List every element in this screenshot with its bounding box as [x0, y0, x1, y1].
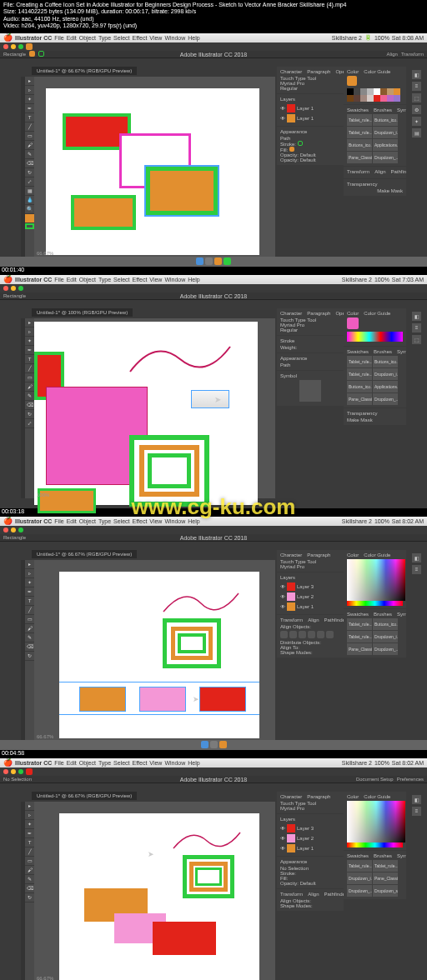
gradient-tool[interactable]: ▦ — [25, 187, 34, 196]
eraser-tool[interactable]: ⌫ — [25, 159, 34, 168]
zoom-status[interactable]: 100% — [34, 492, 52, 498]
document-tab[interactable]: Untitled-1* @ 66.67% (RGB/GPU Preview) — [32, 67, 137, 75]
color-panel[interactable]: ColorColor Guide — [344, 550, 406, 608]
canvas[interactable]: 66.67% — [34, 77, 275, 257]
eyedropper-tool[interactable]: 💧 — [25, 196, 34, 205]
close-icon[interactable] — [3, 44, 8, 49]
magic-wand-tool[interactable]: ✦ — [25, 95, 34, 104]
rectangle-tool[interactable]: ▭ — [25, 132, 34, 141]
color-panel[interactable]: ColorColor Guide — [344, 792, 406, 850]
brush-tool[interactable]: 🖌 — [25, 141, 34, 150]
symbol-item[interactable]: Buttons_ico... — [373, 114, 398, 126]
dock-app[interactable] — [205, 258, 213, 265]
align-panel[interactable]: TransformAlignPathfinder Align Objects: … — [277, 889, 344, 911]
menu-select[interactable]: Select — [113, 35, 129, 41]
dock-app[interactable] — [224, 258, 231, 265]
symbol-item[interactable]: Dropdown_... — [373, 152, 398, 163]
menu-object[interactable]: Object — [79, 277, 96, 282]
shape-orange-rect-selected[interactable] — [146, 167, 218, 215]
align-left-icon[interactable] — [280, 631, 288, 638]
type-tool[interactable]: T — [25, 113, 34, 122]
apple-menu-icon[interactable]: 🍎 — [3, 275, 13, 283]
panel-icon[interactable]: ≡ — [412, 82, 421, 91]
character-panel[interactable]: CharacterParagraphOpenType Touch Type To… — [277, 67, 344, 93]
dock-app[interactable] — [196, 258, 203, 265]
character-panel[interactable]: CharacterParagraphTouch Type ToolMyriad … — [277, 792, 344, 813]
symbol-item[interactable]: Tablet_rule... — [347, 127, 372, 138]
shape-pink-aligned[interactable] — [139, 687, 186, 712]
shape-curve[interactable] — [159, 587, 243, 620]
appearance-panel[interactable]: Appearance Path Stroke: Fill: Opacity: D… — [277, 127, 344, 165]
canvas[interactable]: ➤ 100% — [34, 318, 275, 498]
symbol-item[interactable]: Pane_Classific... — [347, 152, 372, 163]
stroke-panel[interactable]: Stroke Weight: — [277, 336, 344, 352]
transform-panel[interactable]: TransformAlignPathfinder — [344, 167, 406, 178]
shape-orange-aligned[interactable] — [79, 687, 126, 712]
app-name[interactable]: Illustrator CC — [15, 277, 52, 282]
character-panel[interactable]: CharacterParagraphOpenType Touch Type To… — [277, 308, 344, 335]
button-selected[interactable] — [191, 390, 229, 408]
shape-curve[interactable] — [169, 827, 244, 855]
document-tab[interactable]: Untitled-1* @ 100% (RGB/GPU Preview) — [32, 308, 133, 317]
shape-nest-3[interactable] — [195, 868, 222, 886]
menu-object[interactable]: Object — [79, 35, 96, 41]
zoom-icon[interactable] — [18, 286, 23, 291]
panel-icon[interactable]: ◧ — [412, 70, 421, 79]
color-picker[interactable] — [347, 559, 405, 601]
align-panel[interactable]: TransformAlignPathfinder Align Objects: … — [277, 615, 344, 658]
app-name[interactable]: Illustrator CC — [15, 35, 52, 41]
swatches-panel[interactable]: SwatchesBrushesSymbols Tablet_rule...But… — [344, 347, 406, 408]
minimize-icon[interactable] — [11, 44, 16, 49]
menu-view[interactable]: View — [149, 35, 162, 41]
shape-orange-rect-2[interactable] — [71, 195, 136, 230]
rotate-tool[interactable]: ↻ — [25, 168, 34, 178]
symbol-item[interactable]: Buttons_ico... — [347, 139, 372, 151]
menu-select[interactable]: Select — [113, 277, 129, 282]
color-picker[interactable] — [347, 801, 405, 842]
appearance-panel[interactable]: Appearance Path — [277, 353, 344, 370]
shape-nest-3[interactable] — [178, 633, 206, 653]
shape-red[interactable] — [153, 922, 216, 955]
document-tab[interactable]: Untitled-1* @ 66.67% (RGB/GPU Preview) — [32, 792, 137, 800]
fill-color[interactable] — [25, 214, 34, 223]
symbol-item[interactable]: Applications... — [373, 139, 398, 151]
swatches-panel[interactable]: SwatchesBrushesSymbols Tablet_rule... Bu… — [344, 105, 406, 166]
direct-select-tool[interactable]: ▹ — [25, 86, 34, 95]
menu-effect[interactable]: Effect — [133, 35, 148, 41]
transparency-panel[interactable]: Transparency Make Mask — [344, 408, 406, 425]
zoom-status[interactable]: 66.67% — [34, 250, 56, 257]
topbar-skillshare[interactable]: Skillshare 2 — [332, 35, 362, 41]
appearance-panel[interactable]: Appearance No Selection Stroke: Fill: Op… — [277, 857, 344, 888]
transparency-panel[interactable]: Transparency Make Mask — [344, 179, 406, 196]
menu-window[interactable]: Window — [164, 35, 185, 41]
layers-panel[interactable]: Layers 👁Layer 3 👁Layer 2 👁Layer 1 — [277, 814, 344, 856]
symbol-panel[interactable]: Symbol — [277, 371, 344, 406]
panel-icon[interactable]: ⚙ — [412, 105, 421, 114]
close-icon[interactable] — [3, 286, 8, 291]
menu-help[interactable]: Help — [188, 35, 199, 41]
pen-tool[interactable]: ✒ — [25, 104, 34, 113]
selection-tool[interactable]: ▸ — [25, 318, 34, 328]
shape-curve[interactable] — [126, 338, 234, 380]
menu-file[interactable]: File — [54, 277, 63, 282]
shape-red-aligned[interactable] — [199, 687, 246, 712]
layer-row[interactable]: 👁Layer 1 — [280, 113, 340, 123]
stroke-color[interactable] — [25, 223, 34, 229]
home-icon[interactable] — [26, 43, 33, 50]
menu-file[interactable]: File — [54, 35, 63, 41]
line-tool[interactable]: ╱ — [25, 122, 34, 132]
layers-panel[interactable]: Layers 👁Layer 3 👁Layer 2 👁Layer 1 — [277, 572, 344, 614]
menu-effect[interactable]: Effect — [133, 277, 148, 282]
color-panel[interactable]: ColorColor Guide — [344, 308, 406, 346]
swatches-panel[interactable]: SwatchesBrushesSymbols Tablet_rule...Tab… — [344, 851, 406, 899]
canvas[interactable]: ➤ 66.67% — [34, 802, 275, 980]
symbol-item[interactable]: Dropdown_i... — [373, 127, 398, 138]
layer-row[interactable]: 👁Layer 1 — [280, 103, 340, 113]
menu-edit[interactable]: Edit — [67, 277, 77, 282]
color-spectrum[interactable] — [347, 332, 403, 342]
scale-tool[interactable]: ⤢ — [25, 178, 34, 187]
menu-help[interactable]: Help — [188, 277, 199, 282]
shape-nest-3[interactable] — [148, 453, 191, 488]
menu-edit[interactable]: Edit — [67, 35, 77, 41]
layers-panel[interactable]: Layers 👁Layer 1 👁Layer 1 — [277, 94, 344, 126]
